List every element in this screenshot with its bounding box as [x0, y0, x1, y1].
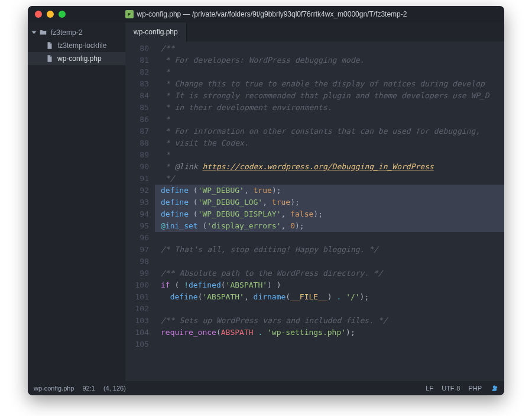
tree-item-label: fz3temp-lockfile — [57, 41, 106, 50]
tree-root-folder[interactable]: fz3temp-2 — [28, 26, 125, 39]
php-file-icon: P — [125, 10, 134, 18]
file-tree[interactable]: fz3temp-2 fz3temp-lockfilewp-config.php — [28, 22, 125, 381]
line-number: 85 — [125, 102, 149, 114]
line-number: 89 — [125, 149, 149, 161]
code-line[interactable]: * — [155, 114, 504, 125]
code-line[interactable]: define ('WP_DEBUG_LOG', true); — [155, 196, 504, 208]
tree-item-0[interactable]: fz3temp-lockfile — [28, 39, 125, 52]
code-line[interactable] — [155, 232, 504, 244]
file-icon — [46, 54, 54, 63]
tab-wp-config[interactable]: wp-config.php — [125, 22, 187, 41]
line-number: 102 — [125, 303, 149, 315]
code-line[interactable]: * visit the Codex. — [155, 137, 504, 149]
status-language[interactable]: PHP — [468, 385, 482, 392]
line-number: 92 — [125, 185, 149, 196]
code-line[interactable] — [155, 303, 504, 315]
line-number: 105 — [125, 338, 149, 350]
line-number: 101 — [125, 291, 149, 303]
code-line[interactable]: @ini_set ('display_errors', 0); — [155, 220, 504, 232]
line-number: 86 — [125, 114, 149, 125]
code-line[interactable]: require_once(ABSPATH . 'wp-settings.php'… — [155, 327, 504, 338]
code-line[interactable]: /** — [155, 43, 504, 54]
status-selection: (4, 126) — [103, 385, 126, 392]
line-number: 100 — [125, 279, 149, 291]
line-number: 98 — [125, 256, 149, 267]
editor-pane: wp-config.php 80818283848586878889909192… — [125, 22, 504, 381]
file-icon — [46, 41, 54, 50]
code-line[interactable]: /* That's all, stop editing! Happy blogg… — [155, 244, 504, 256]
code-line[interactable]: * Change this to true to enable the disp… — [155, 78, 504, 90]
line-number-gutter: 8081828384858687888990919293949596979899… — [125, 41, 155, 381]
line-number: 81 — [125, 54, 149, 66]
editor-window: P wp-config.php — /private/var/folders/9… — [28, 6, 504, 395]
code-line[interactable]: * — [155, 66, 504, 78]
traffic-lights — [35, 11, 66, 18]
line-number: 94 — [125, 208, 149, 220]
line-number: 104 — [125, 327, 149, 338]
code-line[interactable]: * It is strongly recommended that plugin… — [155, 90, 504, 102]
code-content[interactable]: /** * For developers: WordPress debuggin… — [155, 41, 504, 381]
line-number: 84 — [125, 90, 149, 102]
tab-label: wp-config.php — [134, 28, 178, 36]
line-number: 88 — [125, 137, 149, 149]
tab-bar[interactable]: wp-config.php — [125, 22, 504, 41]
chevron-down-icon — [32, 31, 37, 34]
titlebar[interactable]: P wp-config.php — /private/var/folders/9… — [28, 6, 504, 22]
status-file[interactable]: wp-config.php — [34, 385, 74, 392]
code-line[interactable]: */ — [155, 173, 504, 185]
line-number: 83 — [125, 78, 149, 90]
line-number: 96 — [125, 232, 149, 244]
code-line[interactable]: * in their development environments. — [155, 102, 504, 114]
line-number: 80 — [125, 43, 149, 54]
code-line[interactable] — [155, 256, 504, 267]
window-title: P wp-config.php — /private/var/folders/9… — [28, 10, 504, 18]
close-icon[interactable] — [35, 11, 42, 18]
window-title-text: wp-config.php — /private/var/folders/9t/… — [137, 10, 407, 18]
line-number: 82 — [125, 66, 149, 78]
folder-icon — [39, 28, 47, 37]
code-editor[interactable]: 8081828384858687888990919293949596979899… — [125, 41, 504, 381]
code-line[interactable]: * @link https://codex.wordpress.org/Debu… — [155, 161, 504, 173]
code-line[interactable]: /** Sets up WordPress vars and included … — [155, 315, 504, 327]
squirrel-icon[interactable] — [490, 384, 498, 392]
code-line[interactable]: * For developers: WordPress debugging mo… — [155, 54, 504, 66]
status-bar: wp-config.php 92:1 (4, 126) LF UTF-8 PHP — [28, 381, 504, 395]
tree-item-1[interactable]: wp-config.php — [28, 52, 125, 65]
code-line[interactable]: * — [155, 149, 504, 161]
code-line[interactable]: define('ABSPATH', dirname(__FILE__) . '/… — [155, 291, 504, 303]
code-line[interactable]: * For information on other constants tha… — [155, 125, 504, 137]
line-number: 95 — [125, 220, 149, 232]
status-eol[interactable]: LF — [426, 385, 433, 392]
status-encoding[interactable]: UTF-8 — [442, 385, 460, 392]
tree-root-label: fz3temp-2 — [51, 28, 82, 37]
code-line[interactable]: /** Absolute path to the WordPress direc… — [155, 267, 504, 279]
code-line[interactable] — [155, 338, 504, 350]
code-line[interactable]: if ( !defined('ABSPATH') ) — [155, 279, 504, 291]
line-number: 91 — [125, 173, 149, 185]
line-number: 93 — [125, 196, 149, 208]
line-number: 87 — [125, 125, 149, 137]
tree-item-label: wp-config.php — [57, 54, 102, 63]
line-number: 99 — [125, 267, 149, 279]
minimize-icon[interactable] — [47, 11, 54, 18]
line-number: 103 — [125, 315, 149, 327]
line-number: 97 — [125, 244, 149, 256]
status-cursor[interactable]: 92:1 — [83, 385, 95, 392]
maximize-icon[interactable] — [59, 11, 66, 18]
code-line[interactable]: define ('WP_DEBUG_DISPLAY', false); — [155, 208, 504, 220]
line-number: 90 — [125, 161, 149, 173]
code-line[interactable]: define ('WP_DEBUG', true); — [155, 185, 504, 196]
